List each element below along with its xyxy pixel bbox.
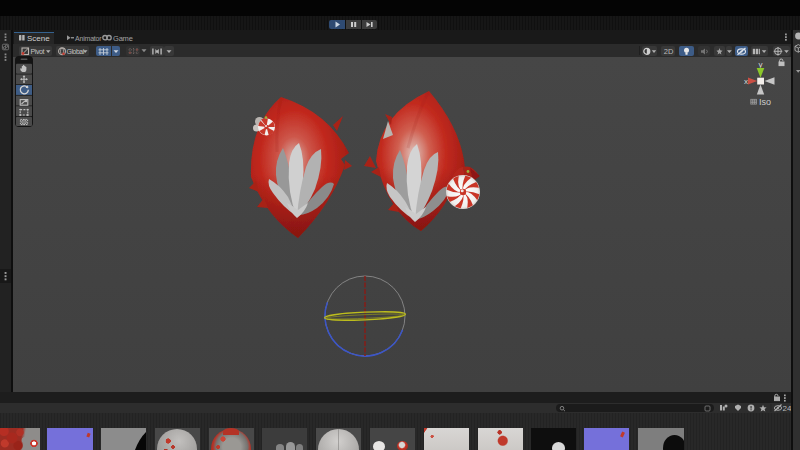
svg-text:y: y <box>759 60 763 69</box>
svg-text:Global: Global <box>67 48 85 55</box>
svg-text:Game: Game <box>113 34 133 43</box>
svg-text:Scene: Scene <box>27 34 50 43</box>
svg-text:2D: 2D <box>664 47 674 56</box>
svg-text:24: 24 <box>783 404 792 413</box>
svg-text:Iso: Iso <box>759 97 771 107</box>
svg-text:Pivot: Pivot <box>31 48 45 55</box>
svg-text:x: x <box>744 77 748 86</box>
svg-text:Animator: Animator <box>75 35 102 42</box>
